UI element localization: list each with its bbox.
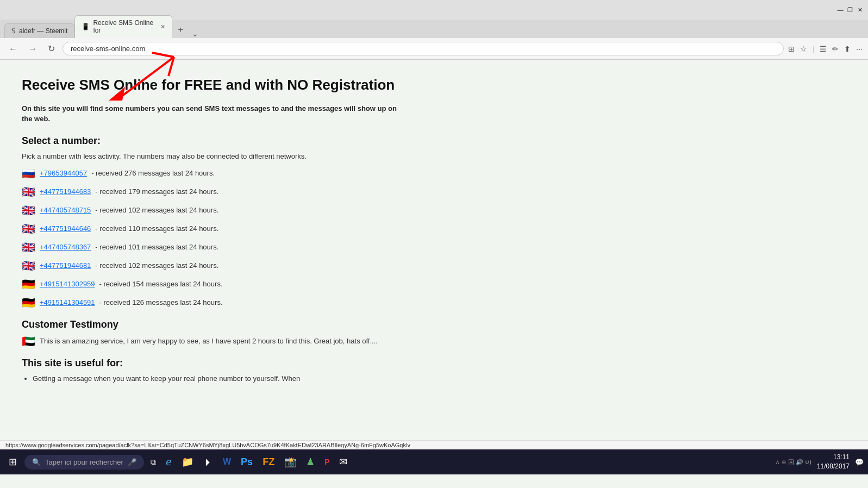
edge-icon[interactable]: ℯ <box>163 454 175 470</box>
number-desc-6: - received 154 messages last 24 hours. <box>99 280 223 288</box>
number-link-7[interactable]: +4915141304591 <box>40 298 95 306</box>
taskbar: ⊞ 🔍 Taper ici pour rechercher 🎤 ⧉ ℯ 📁 ⏵ … <box>0 449 868 474</box>
number-desc-5: - received 102 messages last 24 hours. <box>95 261 218 270</box>
number-desc-1: - received 179 messages last 24 hours. <box>95 187 218 196</box>
testimony-item: 🇦🇪 This is an amazing service, I am very… <box>22 336 402 347</box>
number-link-3[interactable]: +447751944646 <box>40 224 91 233</box>
photoshop-icon[interactable]: Ps <box>238 454 256 470</box>
number-flag-1: 🇬🇧 <box>22 186 35 197</box>
number-link-6[interactable]: +4915141302959 <box>40 280 95 288</box>
browser-chrome: — ❐ ✕ 𝕊 aidefr — Steemit 📱 Receive SMS O… <box>0 0 868 60</box>
tab-favicon-steemit: 𝕊 <box>11 27 16 35</box>
number-flag-2: 🇬🇧 <box>22 205 35 216</box>
filezilla-icon[interactable]: FZ <box>259 454 278 470</box>
number-list: 🇷🇺 +79653944057 - received 276 messages … <box>22 168 402 308</box>
search-icon: 🔍 <box>32 458 41 466</box>
number-flag-0: 🇷🇺 <box>22 168 35 179</box>
word-icon[interactable]: W <box>220 455 234 469</box>
number-item: 🇬🇧 +447751944646 - received 110 messages… <box>22 223 402 234</box>
notes-icon[interactable]: ✏ <box>832 45 839 53</box>
file-explorer-icon[interactable]: 📁 <box>178 454 197 470</box>
number-item: 🇷🇺 +79653944057 - received 276 messages … <box>22 168 402 179</box>
taskbar-tray: ∧ ⊙ 回 🔊 ∪) 13:11 11/08/2017 💬 <box>775 453 864 471</box>
select-desc: Pick a number with less activity. The nu… <box>22 152 402 160</box>
media-icon[interactable]: ⏵ <box>200 454 216 470</box>
minimize-button[interactable]: — <box>836 6 844 14</box>
back-button[interactable]: ← <box>5 43 21 55</box>
forward-button[interactable]: → <box>25 43 40 55</box>
number-link-2[interactable]: +447405748715 <box>40 206 91 214</box>
useful-item: Getting a message when you want to keep … <box>33 374 402 383</box>
page-subtitle: On this site you will find some numbers … <box>22 103 402 124</box>
number-link-4[interactable]: +447405748367 <box>40 243 91 251</box>
page-content: Receive SMS Online for FREE and with NO … <box>0 60 424 440</box>
number-desc-0: - received 276 messages last 24 hours. <box>91 169 215 177</box>
tab-sms-online[interactable]: 📱 Receive SMS Online for ✕ <box>74 15 172 38</box>
status-bar: https://www.googleadservices.com/pagead/… <box>0 440 868 449</box>
number-desc-2: - received 102 messages last 24 hours. <box>95 206 218 214</box>
tab-dropdown-icon[interactable]: ⌄ <box>189 29 202 38</box>
mail-icon[interactable]: ✉ <box>336 454 351 470</box>
testimony-text: This is an amazing service, I am very ha… <box>40 336 378 347</box>
tab-steemit[interactable]: 𝕊 aidefr — Steemit <box>4 23 74 38</box>
taskbar-time-value: 13:11 <box>817 453 850 462</box>
share-icon[interactable]: ⬆ <box>844 45 851 53</box>
address-bar: ← → ↻ receive-sms-online.com ⊞ ☆ | ☰ ✏ ⬆… <box>0 38 868 60</box>
favorites-icon[interactable]: ☆ <box>800 45 807 53</box>
window-controls[interactable]: — ❐ ✕ <box>836 6 864 14</box>
tabs-bar: 𝕊 aidefr — Steemit 📱 Receive SMS Online … <box>0 20 868 38</box>
number-flag-5: 🇬🇧 <box>22 260 35 271</box>
new-tab-button[interactable]: + <box>172 22 188 38</box>
page-title: Receive SMS Online for FREE and with NO … <box>22 76 402 95</box>
screenshot-icon[interactable]: 📸 <box>281 454 299 470</box>
number-link-0[interactable]: +79653944057 <box>40 169 87 177</box>
testimony-heading: Customer Testimony <box>22 319 402 330</box>
pdf-icon[interactable]: P <box>321 455 333 468</box>
address-bar-right: ⊞ ☆ | ☰ ✏ ⬆ ··· <box>788 45 863 53</box>
close-button[interactable]: ✕ <box>856 6 864 14</box>
number-item: 🇬🇧 +447751944683 - received 179 messages… <box>22 186 402 197</box>
tray-icons: ∧ ⊙ 回 🔊 ∪) <box>775 458 811 466</box>
number-desc-3: - received 110 messages last 24 hours. <box>95 224 218 233</box>
more-icon[interactable]: ··· <box>856 45 863 53</box>
testimony-section: Customer Testimony 🇦🇪 This is an amazing… <box>22 319 402 347</box>
mic-icon: 🎤 <box>128 458 136 466</box>
task-view-button[interactable]: ⧉ <box>147 455 159 469</box>
tab-steemit-label: aidefr — Steemit <box>19 27 67 35</box>
number-item: 🇬🇧 +447751944681 - received 102 messages… <box>22 260 402 271</box>
url-input[interactable]: receive-sms-online.com <box>63 42 784 55</box>
game-icon[interactable]: ♟ <box>303 454 318 470</box>
hub-icon[interactable]: ☰ <box>820 45 827 53</box>
tab-favicon-sms: 📱 <box>82 23 90 30</box>
search-placeholder: Taper ici pour rechercher <box>45 458 123 466</box>
useful-section: This site is useful for: Getting a messa… <box>22 358 402 383</box>
notification-icon[interactable]: 💬 <box>855 458 864 466</box>
number-flag-6: 🇩🇪 <box>22 279 35 290</box>
number-item: 🇩🇪 +4915141304591 - received 126 message… <box>22 297 402 308</box>
divider: | <box>813 45 815 53</box>
tab-close-icon[interactable]: ✕ <box>160 23 165 30</box>
number-item: 🇬🇧 +447405748367 - received 101 messages… <box>22 242 402 253</box>
number-flag-7: 🇩🇪 <box>22 297 35 308</box>
number-flag-4: 🇬🇧 <box>22 242 35 253</box>
number-desc-4: - received 101 messages last 24 hours. <box>95 243 218 251</box>
number-link-5[interactable]: +447751944681 <box>40 261 91 270</box>
number-item: 🇩🇪 +4915141302959 - received 154 message… <box>22 279 402 290</box>
svg-line-3 <box>168 57 174 76</box>
testimony-flag: 🇦🇪 <box>22 336 35 347</box>
number-link-1[interactable]: +447751944683 <box>40 187 91 196</box>
start-button[interactable]: ⊞ <box>4 454 21 470</box>
url-text: receive-sms-online.com <box>71 45 145 53</box>
select-heading: Select a number: <box>22 135 402 147</box>
taskbar-date-value: 11/08/2017 <box>817 462 850 471</box>
tab-sms-label: Receive SMS Online for <box>93 19 157 34</box>
useful-list: Getting a message when you want to keep … <box>33 374 402 383</box>
restore-button[interactable]: ❐ <box>846 6 854 14</box>
number-flag-3: 🇬🇧 <box>22 223 35 234</box>
number-desc-7: - received 126 messages last 24 hours. <box>99 298 223 306</box>
status-url: https://www.googleadservices.com/pagead/… <box>5 442 410 448</box>
number-item: 🇬🇧 +447405748715 - received 102 messages… <box>22 205 402 216</box>
refresh-button[interactable]: ↻ <box>45 42 58 55</box>
reading-view-icon[interactable]: ⊞ <box>788 45 795 53</box>
taskbar-search[interactable]: 🔍 Taper ici pour rechercher 🎤 <box>24 455 144 470</box>
